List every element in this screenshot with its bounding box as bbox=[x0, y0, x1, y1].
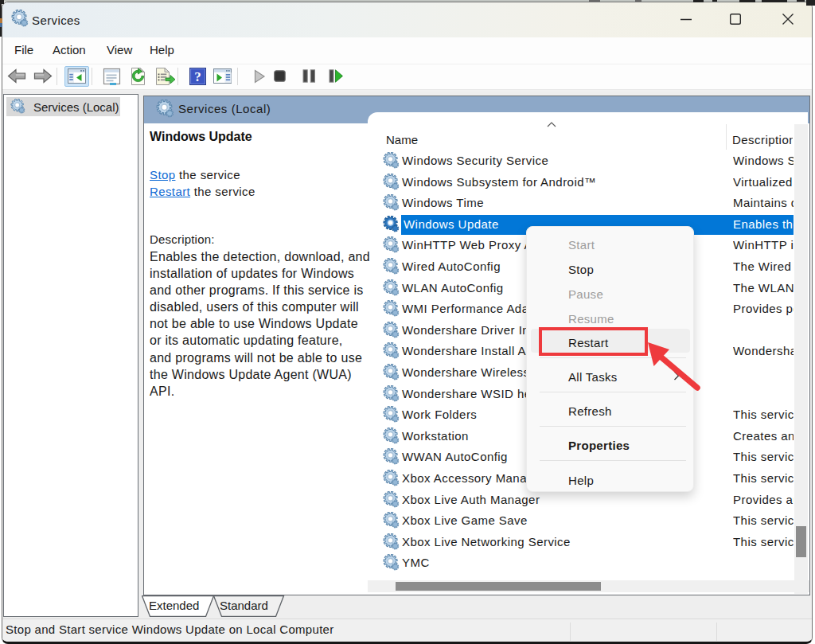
svg-text:?: ? bbox=[194, 69, 201, 84]
